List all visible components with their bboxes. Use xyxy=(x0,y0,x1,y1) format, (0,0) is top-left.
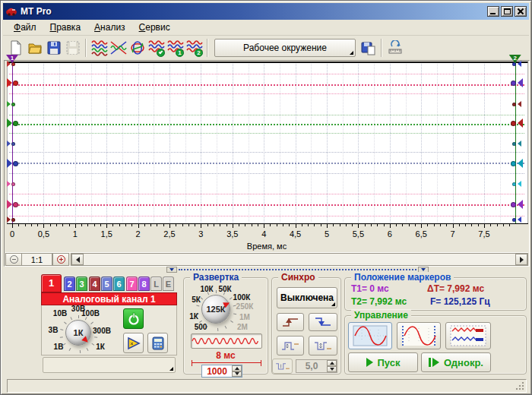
x-axis-minor-tick xyxy=(176,224,176,226)
x-axis-tick xyxy=(358,224,359,228)
channel-tab-8[interactable]: 8 xyxy=(138,276,150,291)
sweep-rate-knob[interactable]: 5001К5К10К50К100К250К1М2М125К xyxy=(184,278,268,333)
channel-marker-right[interactable] xyxy=(518,159,523,168)
scrollbar-track[interactable] xyxy=(84,254,515,265)
rising-edge-icon xyxy=(281,315,299,329)
grid-line xyxy=(217,64,217,223)
scroll-left-button[interactable] xyxy=(71,254,84,265)
buffer-size-spinner[interactable]: 1000 xyxy=(201,365,242,378)
channel-marker-left[interactable] xyxy=(7,118,12,128)
x-axis-minor-tick xyxy=(302,224,302,226)
x-axis-minor-tick xyxy=(270,224,271,226)
grid-line xyxy=(28,64,29,223)
channel-marker-left[interactable] xyxy=(7,216,11,223)
menu-item[interactable]: Сервис xyxy=(133,21,176,34)
x-axis-minor-tick xyxy=(440,224,441,226)
menu-item[interactable]: Правка xyxy=(44,21,87,34)
zoom-out-button[interactable] xyxy=(5,253,22,266)
channel-marker-right[interactable] xyxy=(518,78,523,87)
close-button[interactable] xyxy=(515,6,527,17)
save-as-button-disabled[interactable] xyxy=(63,39,82,58)
collapse-left-button[interactable] xyxy=(166,267,177,273)
channel-tab-7[interactable]: 7 xyxy=(126,276,138,291)
channel-tab-3[interactable]: 3 xyxy=(76,276,87,291)
plot-scrollbar[interactable] xyxy=(71,253,528,266)
channel-tab-6[interactable]: 6 xyxy=(113,276,125,291)
channel-tab-5[interactable]: 5 xyxy=(101,276,112,291)
mode-recorder-button[interactable] xyxy=(445,322,491,349)
channel-marker-left[interactable] xyxy=(7,78,12,87)
preset-1-button[interactable]: 1 xyxy=(166,39,185,58)
sync-mode-dropdown[interactable]: Выключена xyxy=(277,287,337,308)
xy-mode-button[interactable] xyxy=(128,39,147,58)
knob-label: 1В xyxy=(54,343,64,351)
calibration-button[interactable] xyxy=(385,39,404,58)
channel-marker-right[interactable] xyxy=(518,216,521,223)
trigger-falling-edge-button[interactable] xyxy=(309,313,337,331)
menu-item[interactable]: Файл xyxy=(8,21,43,34)
channel-marker-left[interactable] xyxy=(7,61,11,67)
channel-autoscale-button[interactable] xyxy=(123,333,144,353)
spin-up-button[interactable] xyxy=(327,360,337,366)
apply-waves-button[interactable] xyxy=(147,39,166,58)
zoom-in-button[interactable] xyxy=(52,253,69,266)
trigger-level-spinner[interactable]: 5,0 xyxy=(296,359,337,373)
play-triangle-icon xyxy=(126,336,141,351)
knob-value: 1К xyxy=(74,328,84,337)
channel-marker-right[interactable] xyxy=(518,141,521,147)
grid-line xyxy=(311,64,312,223)
channel-marker-right[interactable] xyxy=(518,181,521,187)
overlay-waves-button[interactable] xyxy=(109,39,128,58)
channel-tab-4[interactable]: 4 xyxy=(89,276,100,291)
preset-2-button[interactable]: 2 xyxy=(185,39,204,58)
knob-tick xyxy=(60,337,63,338)
minimize-button[interactable] xyxy=(487,6,499,17)
scroll-right-button[interactable] xyxy=(515,254,527,265)
spin-up-button[interactable] xyxy=(232,365,242,371)
save-workspace-button[interactable] xyxy=(359,39,378,58)
gain-knob[interactable]: 1В3В10В30В100В300В1К1К xyxy=(42,305,118,356)
trigger-rising-edge-button[interactable] xyxy=(277,313,304,331)
menu-item[interactable]: Анализ xyxy=(88,21,131,34)
channel-marker-left[interactable] xyxy=(7,141,11,147)
grid-line xyxy=(280,64,280,223)
resize-grip[interactable] xyxy=(515,381,524,390)
zoom-scroll-bar: 1:1 xyxy=(5,252,528,266)
spin-down-button[interactable] xyxy=(327,366,337,372)
channel-tab-1[interactable]: 1 xyxy=(41,274,62,292)
save-file-button[interactable] xyxy=(44,39,63,58)
channel-marker-left[interactable] xyxy=(7,181,11,187)
mode-oscilloscope-button[interactable] xyxy=(348,322,392,349)
minimize-icon xyxy=(490,13,496,14)
channel-marker-left[interactable] xyxy=(7,200,12,209)
workspace-dropdown[interactable]: Рабочее окружение xyxy=(214,39,356,57)
channel-marker-left[interactable] xyxy=(7,101,11,107)
channel-marker-right[interactable] xyxy=(518,200,523,209)
channel-footer[interactable] xyxy=(43,357,176,373)
channel-power-button[interactable] xyxy=(123,308,144,329)
channel-tab-2[interactable]: 2 xyxy=(64,276,75,291)
toolbar-separator xyxy=(207,39,208,57)
trigger-level-button[interactable] xyxy=(272,359,293,374)
knob-label: 250К xyxy=(236,302,254,311)
trigger-pulse-positive-button[interactable] xyxy=(277,336,304,356)
toolbar: 1 2 Рабочее окружение xyxy=(3,36,529,60)
channel-marker-left[interactable] xyxy=(7,159,12,168)
start-button[interactable]: Пуск xyxy=(348,352,418,372)
spin-down-button[interactable] xyxy=(232,371,242,378)
show-all-waves-button[interactable] xyxy=(90,39,109,58)
grid-line xyxy=(43,64,44,223)
x-axis-tick-label: 0,5 xyxy=(38,229,49,239)
maximize-button[interactable] xyxy=(501,6,513,17)
channel-marker-right[interactable] xyxy=(518,101,521,107)
channel-tab-L[interactable]: L xyxy=(150,276,162,291)
open-file-button[interactable] xyxy=(25,39,44,58)
trigger-pulse-negative-button[interactable] xyxy=(309,336,337,356)
channel-marker-right[interactable] xyxy=(518,61,521,67)
new-file-button[interactable] xyxy=(6,39,25,58)
single-shot-button[interactable]: Однокр. xyxy=(421,352,491,372)
mode-continuous-button[interactable] xyxy=(397,322,441,349)
channel-tab-E[interactable]: E xyxy=(163,276,174,291)
channel-marker-right[interactable] xyxy=(518,118,523,128)
channel-calculator-button[interactable] xyxy=(147,333,168,353)
